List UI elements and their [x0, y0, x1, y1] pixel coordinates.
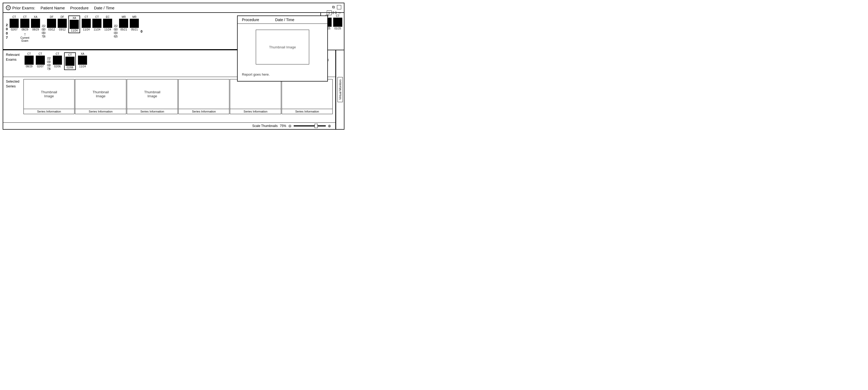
patient-name-col-header: Patient Name [40, 6, 65, 10]
exam-item[interactable]: EC 11/24 [103, 16, 112, 31]
popup-thumbnail-container: Thumbnail Image [238, 24, 327, 70]
zoom-minus-btn[interactable]: ⊖ [288, 124, 291, 128]
stacked-num-group-2: 22 00 00 65 [114, 24, 118, 38]
popup-thumbnail: Thumbnail Image [256, 30, 309, 64]
exam-item-current[interactable]: CT 08/29 ↑ CurrentExam [20, 16, 29, 31]
main-container: ⊙ Prior Exams: Patient Name Procedure Da… [3, 3, 344, 130]
slider-thumb[interactable] [314, 124, 318, 128]
series-grid: ThumbnailImage Series Information Thumbn… [24, 79, 333, 114]
exam-item-partial[interactable]: 0 [141, 29, 142, 33]
stacked-num-group: 22 00 00 76 [42, 24, 45, 38]
series-thumbnail-3: ThumbnailImage [127, 79, 178, 109]
procedure-col-header: Procedure [70, 6, 89, 10]
selected-series-row: SelectedSeries ThumbnailImage Series Inf… [3, 77, 335, 122]
popup-date-time-col: Date / Time [275, 18, 294, 22]
series-info-2: Series Information [75, 109, 126, 114]
zoom-plus-btn[interactable]: ⊕ [328, 124, 331, 128]
exam-item[interactable]: DF 03/12 [58, 16, 67, 31]
series-item-5[interactable]: Series Information [230, 79, 281, 114]
exam-item[interactable]: CT 02/07 [10, 16, 19, 31]
relevant-exams-label: RelevantExams [6, 52, 22, 62]
series-item-3[interactable]: ThumbnailImage Series Information [127, 79, 178, 114]
scale-bar: Scale Thumbnails 75% ⊖ ⊕ [3, 122, 335, 129]
exam-item[interactable]: CT 11/24 [92, 16, 101, 31]
right-ct-2[interactable]: CT 01/25 [333, 15, 342, 30]
series-info-3: Series Information [127, 109, 178, 114]
selected-series-label: SelectedSeries [6, 79, 22, 89]
series-info-6: Series Information [282, 109, 333, 114]
popup-procedure-col: Procedure [242, 18, 259, 22]
rel-exam-item-selected[interactable]: CT 02/06 [64, 52, 76, 70]
exam-item[interactable]: DF 03/12 [47, 16, 56, 31]
scale-percent: 75% [280, 124, 286, 128]
date-time-col-header: Date / Time [94, 6, 115, 10]
series-thumbnail-1: ThumbnailImage [24, 79, 74, 109]
exam-item-selected[interactable]: XA 11/24 [68, 16, 80, 33]
series-thumbnail-2: ThumbnailImage [75, 79, 126, 109]
prior-exams-bar: ⊙ Prior Exams: Patient Name Procedure Da… [3, 3, 344, 13]
series-item-4[interactable]: Series Information [178, 79, 229, 114]
exam-item[interactable]: MR 05/21 [119, 16, 128, 31]
rel-exam-item[interactable]: CT 02/07 [36, 52, 45, 68]
series-info-5: Series Information [230, 109, 281, 114]
series-info-4: Series Information [179, 109, 229, 114]
year-label: 2 0 0 7 [6, 23, 8, 39]
window-icon[interactable] [337, 5, 341, 9]
exam-item[interactable]: CT 11/24 [82, 16, 91, 31]
exam-item-hovered[interactable]: MR 05/21 [130, 16, 139, 31]
hover-popup: Procedure Date / Time Thumbnail Image Re… [237, 16, 328, 82]
series-info-1: Series Information [24, 109, 74, 114]
virtual-monitors-panel: Virtual Monitors ail [336, 50, 344, 129]
slider-track[interactable] [294, 126, 326, 127]
exam-item[interactable]: XA 08/29 [31, 16, 40, 31]
virtual-monitors-label: Virtual Monitors [338, 77, 343, 102]
series-item-1[interactable]: ThumbnailImage Series Information [24, 79, 74, 114]
prior-exams-text: Prior Exams: [12, 6, 35, 10]
series-item-6[interactable]: Series Information [282, 79, 333, 114]
scale-label: Scale Thumbnails [252, 124, 278, 128]
series-item-2[interactable]: ThumbnailImage Series Information [75, 79, 126, 114]
rel-exam-item[interactable]: CT 08/29 [25, 52, 34, 68]
rel-exam-item[interactable]: XA 11/24 [78, 52, 87, 68]
popup-report: Report goes here. [238, 70, 327, 81]
external-link-icon[interactable]: ⧉ [332, 5, 335, 9]
rel-exam-item[interactable]: CT 02/06 [53, 52, 62, 68]
rel-stacked-num: 22 00 00 76 [47, 57, 51, 71]
popup-header: Procedure Date / Time [238, 16, 327, 24]
circle-icon: ⊙ [6, 5, 11, 10]
prior-exams-label: ⊙ Prior Exams: [6, 5, 35, 10]
